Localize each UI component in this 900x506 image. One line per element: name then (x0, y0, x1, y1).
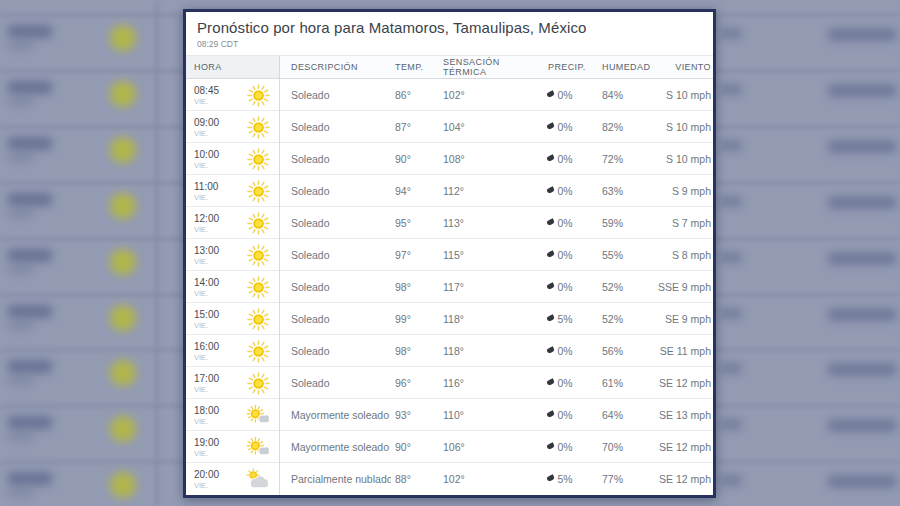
time-stack: 19:00 VIE. (194, 437, 219, 458)
forecast-row[interactable]: 13:00 VIE. Soleado (186, 239, 713, 271)
row-humidity: 82% (592, 121, 657, 133)
row-day: VIE. (194, 161, 219, 170)
row-description: Mayormente soleado (280, 409, 391, 421)
row-feels-like: 115° (439, 249, 542, 261)
row-wind: S 10 mph (657, 121, 713, 133)
bg-blob (828, 475, 896, 488)
row-time: 10:00 (194, 149, 219, 160)
forecast-row[interactable]: 15:00 VIE. Soleado (186, 303, 713, 335)
row-humidity: 55% (592, 249, 657, 261)
raindrop-icon (547, 474, 555, 481)
row-wind: S 9 mph (657, 185, 713, 197)
row-precip-value: 0% (558, 217, 573, 229)
time-stack: 18:00 VIE. (194, 405, 219, 426)
column-header-precip: PRECIP. (542, 62, 592, 72)
bg-blob (720, 419, 742, 430)
row-humidity: 64% (592, 409, 657, 421)
row-temp: 90° (391, 441, 439, 453)
row-feels-like: 113° (439, 217, 542, 229)
raindrop-icon (547, 90, 555, 97)
forecast-row[interactable]: 19:00 VIE. (186, 431, 713, 463)
sunny-icon (245, 242, 271, 268)
raindrop-icon (547, 250, 555, 257)
row-description: Parcialmente nublado (280, 473, 391, 485)
bg-blob (720, 140, 742, 151)
time-stack: 09:00 VIE. (194, 117, 219, 138)
row-day: VIE. (194, 417, 219, 426)
row-precip: 0% (542, 409, 592, 421)
forecast-row[interactable]: 08:45 VIE. Soleado (186, 79, 713, 111)
bg-blob (8, 360, 52, 373)
row-precip: 0% (542, 153, 592, 165)
row-precip-value: 0% (558, 185, 573, 197)
row-temp: 86° (391, 89, 439, 101)
bg-blob (110, 305, 136, 331)
row-precip-value: 0% (558, 281, 573, 293)
row-time: 08:45 (194, 85, 219, 96)
row-feels-like: 102° (439, 89, 542, 101)
bg-blob (8, 322, 34, 330)
row-precip-value: 0% (558, 249, 573, 261)
row-precip-value: 5% (558, 473, 573, 485)
time-stack: 08:45 VIE. (194, 85, 219, 106)
forecast-row[interactable]: 18:00 VIE. (186, 399, 713, 431)
forecast-row[interactable]: 16:00 VIE. Soleado (186, 335, 713, 367)
time-stack: 14:00 VIE. (194, 277, 219, 298)
bg-blob (720, 196, 742, 207)
row-description: Soleado (280, 313, 391, 325)
row-precip-value: 0% (558, 121, 573, 133)
row-wind: SE 13 mph (657, 409, 713, 421)
row-time: 14:00 (194, 277, 219, 288)
bg-blob (8, 210, 34, 218)
raindrop-icon (547, 442, 555, 449)
hora-cell: 16:00 VIE. (186, 335, 280, 367)
forecast-row[interactable]: 12:00 VIE. Soleado (186, 207, 713, 239)
row-time: 15:00 (194, 309, 219, 320)
time-stack: 12:00 VIE. (194, 213, 219, 234)
bg-blob (8, 249, 52, 262)
table-header-row: HORA DESCRIPCIÓN TEMP. SENSACIÓN TÉRMICA… (186, 56, 713, 79)
hora-cell: 12:00 VIE. (186, 207, 280, 239)
page-title: Pronóstico por hora para Matamoros, Tama… (197, 19, 702, 36)
row-precip: 5% (542, 313, 592, 325)
bg-blob (8, 305, 52, 318)
row-temp: 94° (391, 185, 439, 197)
bg-blob (8, 154, 34, 162)
forecast-row[interactable]: 17:00 VIE. Soleado (186, 367, 713, 399)
bg-blob (110, 193, 136, 219)
row-wind: SE 11 mph (657, 345, 713, 357)
forecast-row[interactable]: 11:00 VIE. Soleado (186, 175, 713, 207)
hora-cell: 13:00 VIE. (186, 239, 280, 271)
bg-blob (828, 28, 896, 41)
row-time: 11:00 (194, 181, 218, 192)
row-precip: 0% (542, 377, 592, 389)
row-description: Soleado (280, 345, 391, 357)
time-stack: 16:00 VIE. (194, 341, 219, 362)
forecast-row[interactable]: 09:00 VIE. Soleado (186, 111, 713, 143)
forecast-row[interactable]: 10:00 VIE. Soleado (186, 143, 713, 175)
row-humidity: 52% (592, 313, 657, 325)
bg-blob (8, 266, 34, 274)
raindrop-icon (547, 378, 555, 385)
bg-blob (8, 489, 34, 497)
hora-cell: 20:00 VIE. (186, 463, 280, 495)
forecast-row[interactable]: 14:00 VIE. Soleado (186, 271, 713, 303)
mostly-sunny-icon (245, 434, 271, 460)
column-header-sensacion: SENSACIÓN TÉRMICA (439, 57, 542, 77)
row-wind: SE 12 mph (657, 441, 713, 453)
row-time: 18:00 (194, 405, 219, 416)
row-feels-like: 118° (439, 345, 542, 357)
row-precip: 0% (542, 89, 592, 101)
bg-blob (828, 363, 896, 376)
raindrop-icon (547, 186, 555, 193)
row-precip-value: 0% (558, 153, 573, 165)
bg-blob (828, 252, 896, 265)
row-precip: 0% (542, 185, 592, 197)
row-precip-value: 0% (558, 89, 573, 101)
partly-cloudy-icon (245, 466, 271, 492)
sunny-icon (245, 306, 271, 332)
row-temp: 98° (391, 281, 439, 293)
forecast-row[interactable]: 20:00 VIE. Parcialm (186, 463, 713, 495)
bg-blob (8, 377, 34, 385)
row-description: Soleado (280, 153, 391, 165)
